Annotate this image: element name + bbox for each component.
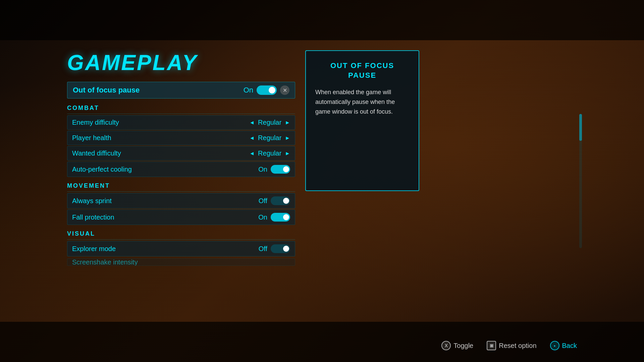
selected-toggle-dot: [269, 87, 275, 94]
section-movement: MOVEMENT: [67, 179, 295, 192]
reset-label: Reset option: [499, 342, 536, 350]
section-visual: VISUAL: [67, 227, 295, 240]
setting-row-fall-protection[interactable]: Fall protection On: [67, 209, 295, 225]
enemy-difficulty-value: Regular: [258, 119, 281, 126]
fall-protection-control: On: [258, 213, 290, 222]
toggle-label: Toggle: [453, 342, 473, 350]
selected-setting-value-text: On: [244, 86, 253, 95]
toggle-icon: X: [441, 341, 451, 350]
selected-setting-value-group: On ✕: [244, 85, 289, 95]
partial-label: Screenshake intensity: [72, 258, 138, 266]
info-panel: OUT OF FOCUS PAUSE When enabled the game…: [305, 50, 419, 191]
player-health-value: Regular: [258, 134, 281, 142]
combat-settings-list: Enemy difficulty ◄ Regular ► Player heal…: [67, 115, 295, 177]
partial-setting-row: Screenshake intensity: [67, 258, 295, 266]
fall-protection-dot: [283, 214, 289, 220]
top-bar: [0, 0, 644, 40]
explorer-mode-value: Off: [259, 245, 267, 253]
enemy-difficulty-prev[interactable]: ◄: [249, 120, 255, 126]
selected-toggle[interactable]: [257, 85, 277, 95]
always-sprint-control: Off: [259, 196, 290, 205]
page-title: GAMEPLAY: [67, 50, 295, 75]
wanted-difficulty-value: Regular: [258, 149, 281, 157]
always-sprint-dot: [283, 198, 289, 204]
main-container: GAMEPLAY Out of focus pause On ✕ COMBAT …: [0, 40, 644, 322]
fall-protection-toggle[interactable]: [271, 213, 290, 222]
wanted-difficulty-control: ◄ Regular ►: [249, 149, 290, 157]
fall-protection-value: On: [258, 214, 267, 221]
auto-perfect-cooling-label: Auto-perfect cooling: [72, 166, 132, 173]
enemy-difficulty-control: ◄ Regular ►: [249, 119, 290, 126]
reset-icon: ▣: [487, 341, 496, 350]
player-health-label: Player health: [72, 134, 111, 142]
explorer-mode-control: Off: [259, 244, 290, 253]
enemy-difficulty-label: Enemy difficulty: [72, 119, 119, 126]
info-panel-description: When enabled the game will automatically…: [315, 87, 409, 116]
fall-protection-label: Fall protection: [72, 214, 114, 221]
always-sprint-label: Always sprint: [72, 197, 112, 205]
footer-controls: X Toggle ▣ Reset option ● Back: [441, 341, 577, 350]
enemy-difficulty-next[interactable]: ►: [285, 120, 290, 126]
back-button[interactable]: ● Back: [550, 341, 577, 350]
explorer-mode-label: Explorer mode: [72, 245, 116, 253]
wanted-difficulty-label: Wanted difficulty: [72, 149, 121, 157]
back-label: Back: [562, 342, 577, 350]
left-panel: GAMEPLAY Out of focus pause On ✕ COMBAT …: [67, 50, 295, 266]
auto-perfect-cooling-value: On: [258, 166, 267, 173]
close-button[interactable]: ✕: [280, 85, 289, 95]
toggle-button[interactable]: X Toggle: [441, 341, 473, 350]
scrollbar[interactable]: [579, 114, 582, 248]
always-sprint-value: Off: [259, 197, 267, 205]
player-health-next[interactable]: ►: [285, 135, 290, 141]
player-health-control: ◄ Regular ►: [249, 134, 290, 142]
player-health-prev[interactable]: ◄: [249, 135, 255, 141]
auto-perfect-cooling-control: On: [258, 165, 290, 174]
setting-row-wanted-difficulty[interactable]: Wanted difficulty ◄ Regular ►: [67, 146, 295, 161]
explorer-mode-toggle[interactable]: [271, 244, 290, 253]
auto-perfect-cooling-toggle[interactable]: [271, 165, 290, 174]
movement-settings-list: Always sprint Off Fall protection On: [67, 193, 295, 225]
visual-settings-list: Explorer mode Off: [67, 241, 295, 256]
section-combat: COMBAT: [67, 101, 295, 114]
setting-row-explorer-mode[interactable]: Explorer mode Off: [67, 241, 295, 256]
explorer-mode-dot: [283, 246, 289, 252]
scrollbar-thumb[interactable]: [579, 114, 582, 141]
info-panel-title: OUT OF FOCUS PAUSE: [315, 61, 409, 80]
setting-row-always-sprint[interactable]: Always sprint Off: [67, 193, 295, 208]
reset-button[interactable]: ▣ Reset option: [487, 341, 536, 350]
auto-perfect-cooling-dot: [283, 166, 289, 172]
setting-row-enemy-difficulty[interactable]: Enemy difficulty ◄ Regular ►: [67, 115, 295, 130]
selected-setting-label: Out of focus pause: [73, 86, 140, 95]
setting-row-auto-perfect-cooling[interactable]: Auto-perfect cooling On: [67, 162, 295, 177]
wanted-difficulty-prev[interactable]: ◄: [249, 150, 255, 157]
wanted-difficulty-next[interactable]: ►: [285, 150, 290, 157]
always-sprint-toggle[interactable]: [271, 196, 290, 205]
setting-row-player-health[interactable]: Player health ◄ Regular ►: [67, 131, 295, 145]
back-icon: ●: [550, 341, 559, 350]
selected-setting-row[interactable]: Out of focus pause On ✕: [67, 82, 295, 99]
